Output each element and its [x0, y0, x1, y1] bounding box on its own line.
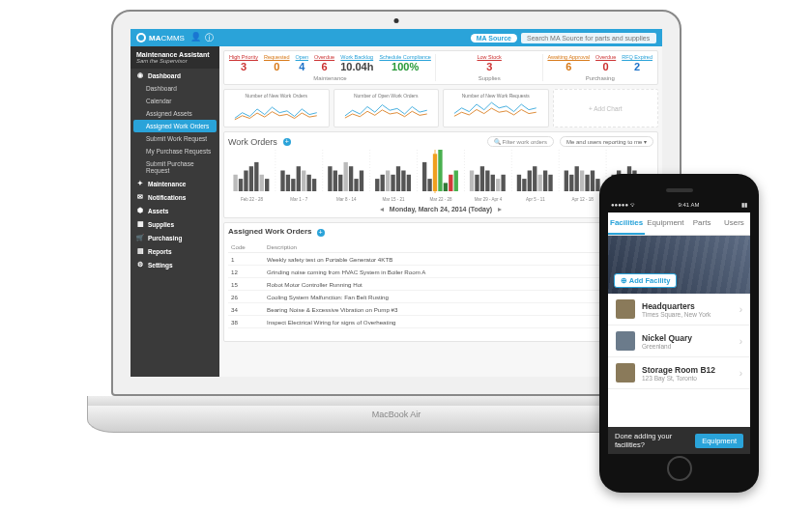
bar[interactable]	[291, 179, 295, 191]
bar[interactable]	[260, 175, 264, 191]
bar[interactable]	[354, 179, 358, 191]
bar[interactable]	[280, 171, 284, 192]
sparkline-2[interactable]: Number of New Work Requests	[443, 89, 549, 128]
bar[interactable]	[537, 175, 541, 191]
bar[interactable]	[297, 166, 301, 191]
bar[interactable]	[344, 162, 348, 191]
bar[interactable]	[401, 171, 405, 192]
date-prev-button[interactable]: ◂	[380, 205, 384, 213]
bar[interactable]	[386, 171, 390, 192]
nav-assets[interactable]: ⬢Assets	[130, 204, 219, 217]
nav-dashboard[interactable]: ◉ Dashboard	[130, 69, 219, 82]
bar[interactable]	[470, 171, 474, 192]
bar[interactable]	[517, 175, 521, 191]
bar[interactable]	[580, 171, 584, 192]
source-pill[interactable]: MA Source	[471, 34, 517, 42]
bar[interactable]	[249, 166, 253, 191]
metric-overdue[interactable]: Overdue0	[595, 54, 616, 72]
bar[interactable]	[522, 179, 526, 191]
bar[interactable]	[569, 175, 573, 191]
sidebar-item-assigned-work-orders[interactable]: Assigned Work Orders	[133, 120, 217, 132]
bar[interactable]	[302, 171, 305, 192]
phone-tab-equipment[interactable]: Equipment	[645, 212, 685, 235]
bar[interactable]	[233, 175, 237, 191]
metric-high-priority[interactable]: High Priority3	[229, 54, 258, 72]
date-next-button[interactable]: ▸	[498, 205, 502, 213]
bar[interactable]	[349, 166, 353, 191]
bar[interactable]	[328, 166, 332, 191]
bar[interactable]	[422, 162, 426, 191]
sidebar-item-submit-work-request[interactable]: Submit Work Request	[130, 132, 219, 145]
bar[interactable]	[533, 166, 536, 191]
bar[interactable]	[286, 175, 290, 191]
bar[interactable]	[427, 179, 431, 191]
bar[interactable]	[591, 171, 594, 192]
bar[interactable]	[528, 171, 532, 192]
table-row[interactable]: 38 Inspect Electrical Wiring for signs o…	[228, 316, 653, 328]
phone-tab-parts[interactable]: Parts	[686, 212, 718, 235]
facility-item[interactable]: Headquarters Times Square, New York ›	[608, 294, 750, 326]
bar[interactable]	[334, 171, 337, 192]
bar[interactable]	[480, 166, 484, 191]
add-chart-button[interactable]: + Add Chart	[553, 89, 659, 128]
phone-tab-facilities[interactable]: Facilities	[608, 212, 645, 235]
sidebar-item-calendar[interactable]: Calendar	[130, 95, 219, 107]
metric-work-backlog[interactable]: Work Backlog10.04h	[340, 54, 373, 72]
bar[interactable]	[265, 179, 269, 191]
sidebar-item-my-purchase-requests[interactable]: My Purchase Requests	[130, 145, 219, 157]
app-brand[interactable]: MACMMS	[136, 33, 185, 42]
table-row[interactable]: 26 Cooling System Malfunction: Fan Belt …	[228, 291, 653, 303]
bar[interactable]	[501, 175, 505, 191]
bar[interactable]	[454, 171, 458, 192]
bar[interactable]	[244, 171, 247, 192]
sidebar-item-submit-purchase-request[interactable]: Submit Purchase Request	[130, 157, 219, 177]
table-row[interactable]: 12 Grinding noise coming from HVAC Syste…	[228, 266, 653, 278]
table-header[interactable]: Description	[264, 241, 558, 253]
bar[interactable]	[575, 166, 579, 191]
bar[interactable]	[338, 175, 342, 191]
bar[interactable]	[548, 175, 552, 191]
bar[interactable]	[449, 175, 452, 191]
nav-reports[interactable]: ▤Reports	[130, 244, 219, 258]
bar[interactable]	[381, 175, 385, 191]
bar[interactable]	[407, 175, 411, 191]
metric-schedule-compliance[interactable]: Schedule Compliance100%	[379, 54, 431, 72]
sparkline-1[interactable]: Number of Open Work Orders	[334, 89, 440, 128]
metric-awaiting-approval[interactable]: Awaiting Approval6	[547, 54, 590, 72]
nav-supplies[interactable]: ▦Supplies	[130, 217, 219, 231]
metric-low-stock[interactable]: Low Stock3	[478, 54, 502, 72]
metric-open[interactable]: Open4	[296, 54, 308, 72]
phone-tab-users[interactable]: Users	[718, 212, 750, 235]
nav-settings[interactable]: ⚙Settings	[130, 258, 219, 271]
bar[interactable]	[565, 171, 568, 192]
work-orders-filter[interactable]: 🔍 Filter work orders	[487, 136, 554, 147]
bar[interactable]	[375, 179, 379, 191]
nav-notifications[interactable]: ✉Notifications	[130, 190, 219, 204]
table-row[interactable]: 15 Robot Motor Controller Running Hot	[228, 278, 653, 291]
metric-requested[interactable]: Requested0	[264, 54, 290, 72]
add-facility-button[interactable]: ⊕ Add Facility	[614, 273, 677, 288]
bar[interactable]	[485, 171, 489, 192]
bar[interactable]	[306, 175, 310, 191]
bar[interactable]	[239, 179, 243, 191]
table-row[interactable]: 34 Bearing Noise & Excessive Vibration o…	[228, 303, 653, 316]
bar[interactable]	[360, 171, 363, 192]
facility-item[interactable]: Nickel Quary Greenland ›	[608, 326, 750, 357]
phone-footer-button[interactable]: Equipment	[695, 434, 743, 448]
user-icon[interactable]: 👤	[190, 32, 201, 44]
bar[interactable]	[438, 150, 442, 191]
bar[interactable]	[444, 183, 448, 191]
add-work-order-button[interactable]: +	[283, 138, 291, 146]
bar[interactable]	[543, 171, 547, 192]
sidebar-item-dashboard[interactable]: Dashboard	[130, 82, 219, 95]
bar[interactable]	[391, 175, 394, 191]
nav-purchasing[interactable]: 🛒Purchasing	[130, 231, 219, 244]
bar[interactable]	[396, 166, 400, 191]
bar[interactable]	[312, 179, 316, 191]
bar[interactable]	[491, 175, 495, 191]
sparkline-0[interactable]: Number of New Work Orders	[223, 89, 330, 128]
sidebar-item-assigned-assets[interactable]: Assigned Assets	[130, 107, 219, 120]
nav-maintenance[interactable]: ✦Maintenance	[130, 177, 219, 190]
metric-rfq-expired[interactable]: RFQ Expired2	[622, 54, 652, 72]
metric-overdue[interactable]: Overdue6	[314, 54, 334, 72]
